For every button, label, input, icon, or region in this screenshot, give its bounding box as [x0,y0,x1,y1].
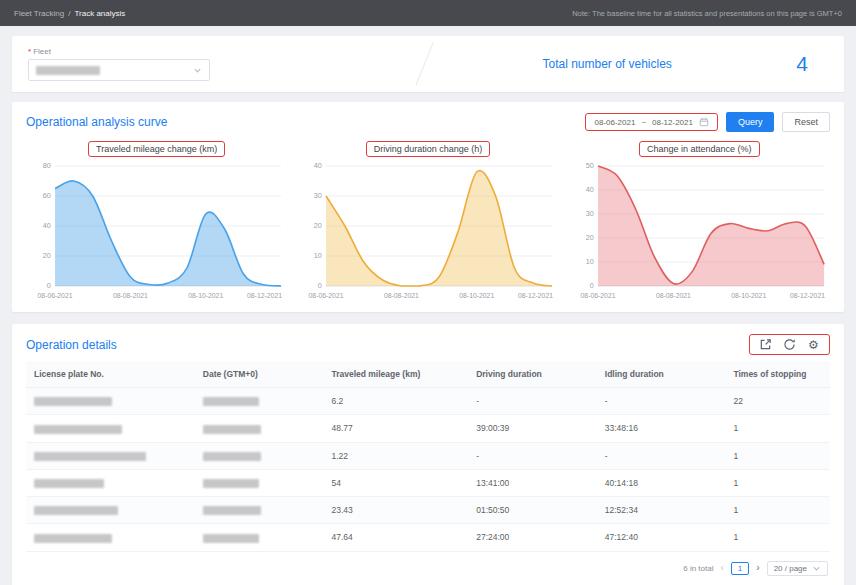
svg-text:0: 0 [318,283,322,291]
col-license-plate: License plate No. [26,361,195,388]
prev-page-icon[interactable]: ‹ [720,563,723,573]
svg-text:0: 0 [590,283,594,291]
svg-text:08-10-2021: 08-10-2021 [188,292,223,299]
mileage-cell: 6.2 [323,388,468,415]
svg-text:10: 10 [585,259,593,267]
table-row: 47.6427:24:0047:12:401 [26,524,830,551]
refresh-icon[interactable] [783,338,796,351]
breadcrumb: Fleet Tracking / Track analysis [14,9,125,18]
svg-text:08-06-2021: 08-06-2021 [309,292,344,299]
table-row: 6.2--22 [26,388,830,415]
license-plate-cell [26,442,195,469]
stops-cell: 22 [725,388,830,415]
svg-text:80: 80 [43,163,51,171]
stops-cell: 1 [725,442,830,469]
svg-text:08-12-2021: 08-12-2021 [247,292,282,299]
idling-duration-cell: - [597,388,726,415]
date-separator: ~ [641,118,646,127]
redacted-text [203,479,259,488]
table-row: 48.7739:00:3933:48:161 [26,415,830,442]
redacted-text [203,425,261,434]
total-count-label: 6 in total [683,564,713,573]
export-icon[interactable] [759,338,772,351]
date-end[interactable]: 08-12-2021 [652,118,693,127]
svg-text:08-10-2021: 08-10-2021 [731,292,766,299]
driving-duration-cell: 01:50:50 [468,497,597,524]
date-start[interactable]: 08-06-2021 [594,118,635,127]
license-plate-cell [26,497,195,524]
idling-duration-cell: 12:52:34 [597,497,726,524]
total-vehicles-label: Total number of vehicles [418,57,796,71]
redacted-text [34,425,122,434]
svg-text:20: 20 [314,223,322,231]
mileage-cell: 23.43 [323,497,468,524]
page-size-select[interactable]: 20 / page [767,561,828,576]
svg-text:40: 40 [43,223,51,231]
attendance-area-chart: 0102030405008-06-202108-08-202108-10-202… [569,158,830,308]
next-page-icon[interactable]: › [756,563,759,573]
stops-cell: 1 [725,524,830,551]
license-plate-cell [26,469,195,496]
operational-analysis-card: Operational analysis curve 08-06-2021 ~ … [12,102,844,312]
total-vehicles-value: 4 [796,52,808,76]
redacted-text [34,452,146,461]
idling-duration-cell: - [597,442,726,469]
col-date: Date (GTM+0) [195,361,324,388]
mileage-chart-title: Traveled mileage change (km) [88,141,225,157]
col-mileage: Traveled mileage (km) [323,361,468,388]
mileage-cell: 47.64 [323,524,468,551]
breadcrumb-fleet-tracking[interactable]: Fleet Tracking [14,9,64,18]
svg-text:08-08-2021: 08-08-2021 [656,292,691,299]
fleet-field-label: *Fleet [28,47,418,56]
table-header-row: License plate No. Date (GTM+0) Traveled … [26,361,830,388]
duration-area-chart: 01020304008-06-202108-08-202108-10-20210… [297,158,558,308]
details-table-body: 6.2--2248.7739:00:3933:48:1611.22--15413… [26,388,830,552]
license-plate-cell [26,388,195,415]
driving-duration-cell: 27:24:00 [468,524,597,551]
duration-chart-title: Driving duration change (h) [366,141,491,157]
svg-text:08-12-2021: 08-12-2021 [790,292,825,299]
driving-duration-cell: - [468,388,597,415]
duration-chart-block: Driving duration change (h) 01020304008-… [297,138,558,308]
fleet-select[interactable] [28,59,210,81]
date-cell [195,524,324,551]
svg-text:30: 30 [585,211,593,219]
operation-details-card: Operation details ⚙ License plate No. Da… [12,324,844,585]
table-row: 1.22--1 [26,442,830,469]
date-cell [195,497,324,524]
svg-text:40: 40 [585,187,593,195]
fleet-field: *Fleet [28,47,418,81]
mileage-cell: 48.77 [323,415,468,442]
details-section-title: Operation details [26,338,117,352]
svg-text:0: 0 [47,283,51,291]
table-row: 23.4301:50:5012:52:341 [26,497,830,524]
date-cell [195,469,324,496]
date-cell [195,415,324,442]
chevron-down-icon [812,564,821,573]
redacted-text [34,479,104,488]
redacted-text [203,397,259,406]
reset-button[interactable]: Reset [782,112,830,132]
redacted-text [34,534,112,543]
pagination: 6 in total ‹ 1 › 20 / page [26,552,830,578]
svg-text:20: 20 [43,253,51,261]
settings-gear-icon[interactable]: ⚙ [807,338,820,351]
col-driving-duration: Driving duration [468,361,597,388]
baseline-time-note: Note: The baseline time for all statisti… [572,9,842,18]
stops-cell: 1 [725,415,830,442]
mileage-cell: 54 [323,469,468,496]
curve-section-title: Operational analysis curve [26,115,167,129]
query-button[interactable]: Query [726,112,775,132]
current-page-button[interactable]: 1 [731,562,749,575]
table-toolbar: ⚙ [749,334,830,355]
redacted-text [203,506,261,515]
svg-text:30: 30 [314,193,322,201]
redacted-text [203,534,259,543]
redacted-text [34,397,112,406]
chevron-down-icon [193,66,202,75]
svg-text:10: 10 [314,253,322,261]
table-row: 5413:41:0040:14:181 [26,469,830,496]
date-range-picker[interactable]: 08-06-2021 ~ 08-12-2021 [585,113,718,131]
stops-cell: 1 [725,497,830,524]
fleet-filter-card: *Fleet Total number of vehicles 4 [12,36,844,92]
